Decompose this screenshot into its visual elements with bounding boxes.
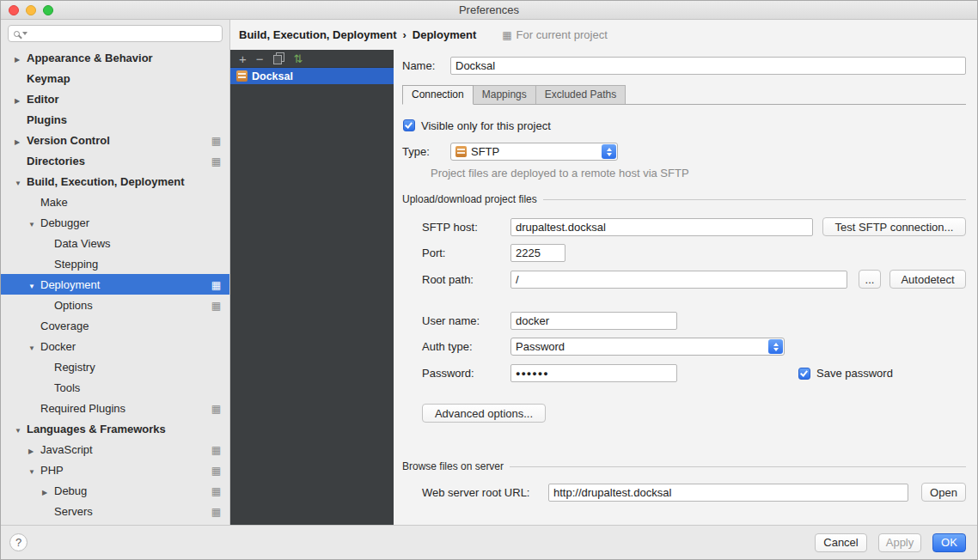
sidebar-item-plugins[interactable]: Plugins: [1, 109, 229, 130]
sidebar-item-version-control[interactable]: Version Control: [1, 130, 229, 150]
chevron-down-icon[interactable]: [28, 278, 40, 291]
zoom-button[interactable]: [43, 5, 53, 15]
user-name-input[interactable]: [510, 312, 677, 330]
save-password-checkbox[interactable]: Save password: [798, 367, 893, 380]
web-root-input[interactable]: [548, 484, 908, 502]
sidebar-item-docker[interactable]: Docker: [1, 336, 229, 356]
sidebar-item-keymap[interactable]: Keymap: [1, 68, 229, 88]
server-list-toolbar: [230, 50, 394, 68]
server-list: Docksal: [230, 68, 394, 525]
sidebar-item-tools[interactable]: Tools: [1, 377, 229, 398]
cancel-button[interactable]: Cancel: [815, 533, 867, 552]
copy-icon[interactable]: [273, 52, 284, 64]
sidebar-item-stepping[interactable]: Stepping: [1, 253, 229, 274]
chevron-right-icon[interactable]: [15, 134, 27, 147]
sidebar-item-coverage[interactable]: Coverage: [1, 315, 229, 336]
sftp-server-icon: [236, 70, 248, 82]
sidebar-item-servers[interactable]: Servers: [1, 501, 229, 521]
reorder-icon[interactable]: [294, 52, 303, 64]
chevron-down-icon[interactable]: [28, 464, 40, 477]
help-button[interactable]: ?: [9, 533, 28, 551]
type-hint: Project files are deployed to a remote h…: [431, 167, 966, 180]
preferences-window: Preferences Appearance & Behavior Keymap: [0, 0, 978, 560]
sidebar-item-options[interactable]: Options: [1, 295, 229, 315]
ok-button[interactable]: OK: [932, 533, 966, 552]
tab-connection[interactable]: Connection: [402, 85, 474, 105]
settings-sidebar: Appearance & Behavior Keymap Editor Plug…: [1, 20, 230, 525]
sidebar-item-data-views[interactable]: Data Views: [1, 233, 229, 253]
per-project-icon: [211, 464, 221, 477]
browse-button[interactable]: ...: [859, 270, 881, 289]
server-list-panel: Docksal: [230, 50, 394, 525]
sidebar-item-php[interactable]: PHP: [1, 460, 229, 480]
window-title: Preferences: [459, 3, 519, 16]
per-project-icon: [211, 299, 221, 312]
password-label: Password:: [422, 367, 510, 380]
deployment-form: Name: Connection Mappings Excluded Paths…: [394, 50, 977, 525]
root-path-input[interactable]: [510, 271, 847, 289]
stepper-icon[interactable]: [602, 144, 616, 159]
name-input[interactable]: [450, 57, 966, 75]
password-input[interactable]: [510, 364, 677, 382]
per-project-icon: [211, 443, 221, 456]
per-project-icon: [211, 484, 221, 497]
sidebar-item-deployment[interactable]: Deployment: [1, 274, 229, 295]
sidebar-item-debug[interactable]: Debug: [1, 480, 229, 501]
dialog-footer: ? Cancel Apply OK: [1, 525, 977, 559]
sidebar-item-directories[interactable]: Directories: [1, 150, 229, 171]
sidebar-item-build-execution-deployment[interactable]: Build, Execution, Deployment: [1, 171, 229, 192]
sidebar-item-editor[interactable]: Editor: [1, 88, 229, 109]
breadcrumb: Build, Execution, Deployment › Deploymen…: [230, 20, 977, 50]
test-connection-button[interactable]: Test SFTP connection...: [822, 217, 966, 236]
section-divider: [510, 466, 966, 467]
sftp-icon: [455, 146, 467, 157]
sidebar-item-debugger[interactable]: Debugger: [1, 212, 229, 233]
type-select[interactable]: SFTP: [450, 143, 618, 161]
chevron-down-icon[interactable]: [28, 340, 40, 353]
autodetect-button[interactable]: Autodetect: [889, 270, 966, 289]
tab-mappings[interactable]: Mappings: [473, 85, 536, 104]
visible-only-checkbox[interactable]: Visible only for this project: [403, 119, 551, 132]
sftp-host-input[interactable]: [510, 218, 813, 236]
chevron-right-icon[interactable]: [15, 52, 27, 64]
section-browse: Browse files on server: [402, 460, 966, 472]
save-password-label: Save password: [816, 367, 893, 380]
open-button[interactable]: Open: [921, 483, 966, 502]
tab-excluded-paths[interactable]: Excluded Paths: [535, 85, 626, 104]
chevron-right-icon[interactable]: [42, 484, 54, 497]
sftp-host-label: SFTP host:: [422, 221, 510, 234]
scope-indicator: For current project: [502, 28, 608, 41]
advanced-options-button[interactable]: Advanced options...: [422, 404, 546, 423]
titlebar: Preferences: [1, 1, 977, 20]
chevron-down-icon[interactable]: [28, 216, 40, 229]
stepper-icon[interactable]: [768, 339, 783, 354]
per-project-icon: [211, 155, 221, 167]
remove-icon[interactable]: [256, 52, 264, 65]
scope-label: For current project: [517, 28, 608, 41]
server-list-item-docksal[interactable]: Docksal: [230, 68, 394, 84]
chevron-right-icon[interactable]: [28, 443, 40, 456]
section-upload: Upload/download project files: [402, 193, 966, 205]
auth-type-select[interactable]: Password: [510, 338, 785, 356]
sidebar-item-make[interactable]: Make: [1, 192, 229, 212]
search-icon: [14, 31, 20, 37]
chevron-down-icon[interactable]: [15, 175, 27, 188]
minimize-button[interactable]: [26, 5, 36, 15]
apply-button[interactable]: Apply: [878, 533, 921, 552]
sidebar-item-appearance-behavior[interactable]: Appearance & Behavior: [1, 47, 229, 68]
breadcrumb-root[interactable]: Build, Execution, Deployment: [239, 28, 396, 41]
add-icon[interactable]: [239, 52, 247, 65]
sidebar-item-languages-frameworks[interactable]: Languages & Frameworks: [1, 418, 229, 439]
per-project-icon: [211, 402, 221, 415]
port-input[interactable]: [510, 244, 565, 262]
sidebar-item-registry[interactable]: Registry: [1, 356, 229, 377]
search-input[interactable]: [8, 25, 223, 42]
port-label: Port:: [422, 247, 510, 259]
close-button[interactable]: [9, 5, 19, 15]
sidebar-item-required-plugins[interactable]: Required Plugins: [1, 398, 229, 418]
chevron-down-icon[interactable]: [22, 32, 28, 35]
chevron-down-icon[interactable]: [15, 423, 27, 435]
chevron-right-icon[interactable]: [15, 93, 27, 106]
sidebar-item-javascript[interactable]: JavaScript: [1, 439, 229, 460]
type-label: Type:: [402, 145, 450, 158]
